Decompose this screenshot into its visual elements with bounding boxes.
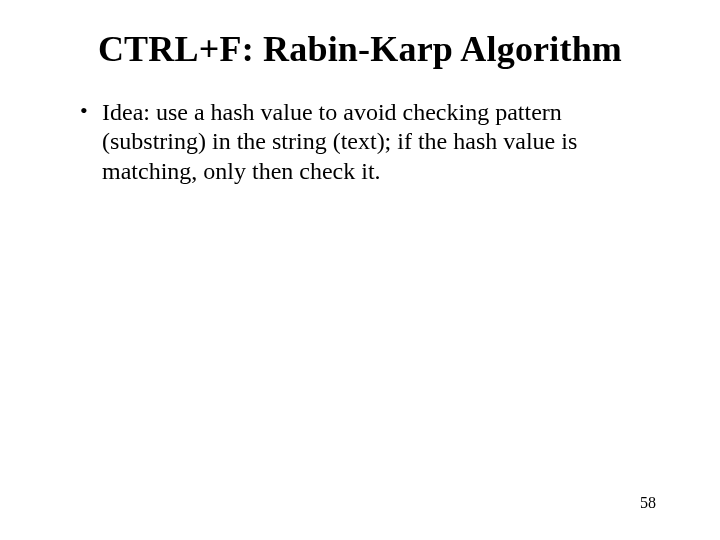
slide-title: CTRL+F: Rabin-Karp Algorithm bbox=[50, 28, 670, 70]
page-number: 58 bbox=[640, 494, 656, 512]
slide-container: CTRL+F: Rabin-Karp Algorithm Idea: use a… bbox=[0, 0, 720, 540]
bullet-list: Idea: use a hash value to avoid checking… bbox=[50, 98, 670, 186]
bullet-item: Idea: use a hash value to avoid checking… bbox=[80, 98, 670, 186]
